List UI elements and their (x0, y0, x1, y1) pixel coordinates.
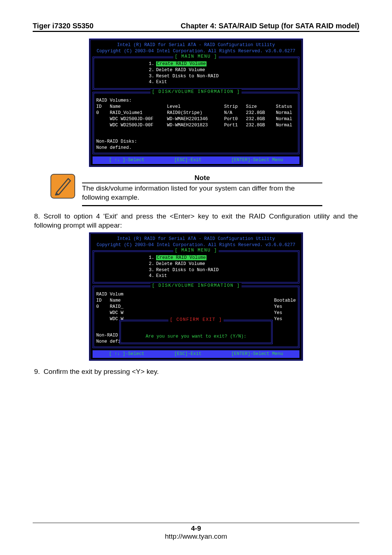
note-body: The disk/volume information listed for y… (82, 184, 322, 202)
table-row: 0 RAID_Volume1 RAID0(Stripe) N/A 232.8GB… (96, 110, 296, 116)
disk-info-label-2: [ DISK/VOLUME INFORMATION ] (150, 283, 241, 289)
table-row: Yes (274, 316, 296, 322)
none-defined: None defined. (96, 145, 296, 151)
page-header: Tiger i7320 S5350 Chapter 4: SATA/RAID S… (33, 22, 359, 32)
page-footer: 4-9 http://www.tyan.com (0, 523, 392, 540)
main-menu-label-2: [ MAIN MENU ] (173, 248, 219, 254)
note-heading: Note (82, 174, 322, 183)
raid-table-header: ID Name Level Strip Size Status Bootable (96, 104, 296, 110)
footer-select: [ ↑↓ ]-Select (109, 157, 144, 163)
main-menu-panel-2: [ MAIN MENU ] 1.Create RAID Volume 2.Del… (93, 250, 299, 284)
note-block: Note The disk/volume information listed … (50, 174, 322, 206)
raid-volumes-heading-2: RAID Volum (96, 291, 123, 298)
step-8: 8.Scroll to option 4 'Exit' and press th… (34, 212, 358, 230)
table-row: Yes (274, 310, 296, 316)
confirm-exit-label: [ CONFIRM EXIT ] (168, 317, 224, 323)
pencil-note-icon (50, 174, 75, 200)
table-row: Yes (274, 304, 296, 310)
header-right: Chapter 4: SATA/RAID Setup (for SATA RAI… (181, 22, 359, 30)
table-row: WDC WD2500JD-00F WD-WMAEH2201823 Port1 2… (96, 122, 296, 128)
bios-screen-2: Intel (R) RAID for Serial ATA - RAID Con… (89, 232, 303, 361)
confirm-exit-text: Are you sure you want to exit? (Y/N): (124, 334, 268, 340)
footer-url: http://www.tyan.com (0, 532, 392, 540)
menu-item-exit: 4.Exit (96, 79, 296, 85)
footer-enter: [ENTER]-Select Menu (231, 157, 283, 163)
bios-footer-bar: [ ↑↓ ]-Select [ESC]-Exit [ENTER]-Select … (93, 156, 299, 164)
header-left: Tiger i7320 S5350 (33, 22, 94, 30)
table-row: WDC WD2500JD-00F WD-WMAEH2201346 Port0 2… (96, 116, 296, 122)
menu-item-reset: 3.Reset Disks to Non-RAID (96, 73, 296, 79)
disk-info-panel: [ DISK/VOLUME INFORMATION ] RAID Volumes… (93, 92, 299, 154)
raid-volumes-heading: RAID Volumes: (96, 98, 296, 104)
bios-screen-1: Intel (R) RAID for Serial ATA - RAID Con… (89, 38, 303, 167)
footer-esc: [ESC]-Exit (174, 157, 201, 163)
main-menu-label: [ MAIN MENU ] (173, 54, 219, 60)
confirm-exit-dialog[interactable]: [ CONFIRM EXIT ] Are you sure you want t… (119, 320, 273, 344)
bios-title-1b: Intel (R) RAID for Serial ATA - RAID Con… (94, 236, 298, 242)
page-number: 4-9 (0, 525, 392, 532)
table-row: 0 RAID_ (96, 304, 123, 310)
table-row: WDC W (96, 310, 123, 316)
disk-info-panel-2: [ DISK/VOLUME INFORMATION ] RAID Volum I… (93, 286, 299, 348)
menu-item-delete: 2.Delete RAID Volume (96, 67, 296, 73)
svg-rect-0 (51, 174, 75, 198)
main-menu-panel: [ MAIN MENU ] 1.Create RAID Volume 2.Del… (93, 57, 299, 90)
disk-info-label: [ DISK/VOLUME INFORMATION ] (150, 89, 241, 95)
bios-footer-bar-2: [ ↑↓ ]-Select [ESC]-Exit [ENTER]-Select … (93, 350, 299, 358)
menu-item-create: 1.Create RAID Volume (96, 61, 296, 67)
bios-title-1: Intel (R) RAID for Serial ATA - RAID Con… (94, 42, 298, 48)
non-raid-heading: Non-RAID Disks: (96, 139, 296, 145)
step-9: 9.Confirm the exit by pressing <Y> key. (34, 367, 358, 376)
menu-list[interactable]: 1.Create RAID Volume 2.Delete RAID Volum… (96, 61, 296, 86)
